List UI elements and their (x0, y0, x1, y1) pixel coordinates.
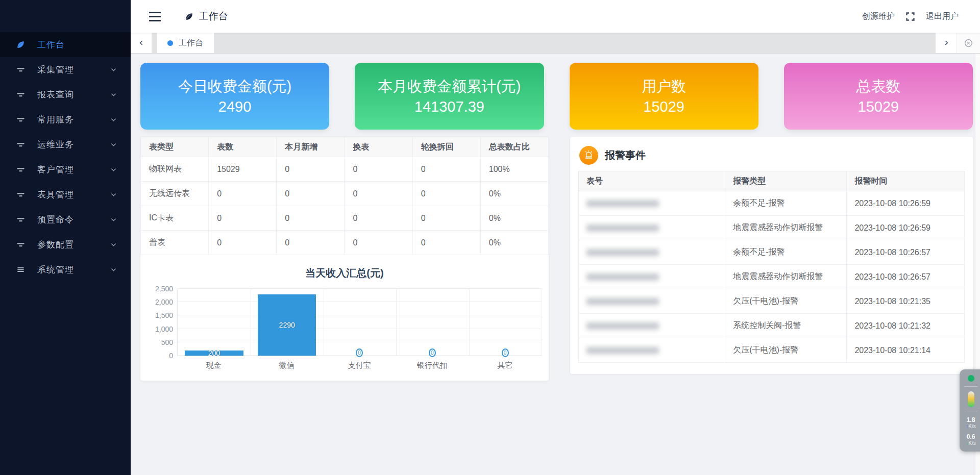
sidebar-item-0[interactable]: 工作台 (0, 32, 131, 57)
filter-icon (16, 140, 26, 150)
stat-card-title: 今日收费金额(元) (178, 76, 291, 97)
stat-card-3: 总表数15029 (784, 63, 973, 130)
sidebar-item-4[interactable]: 运维业务 (0, 132, 131, 157)
x-axis-category-label: 支付宝 (323, 361, 396, 370)
tab-workbench[interactable]: 工作台 (157, 33, 214, 53)
alarm-table-header-row: 表号报警类型报警时间 (579, 171, 965, 191)
sidebar-item-3[interactable]: 常用服务 (0, 107, 131, 132)
redacted-meter-number (586, 347, 659, 354)
alarm-type-cell: 系统控制关阀-报警 (725, 314, 847, 338)
filter-icon (16, 90, 26, 100)
alarm-meter-number-cell (579, 240, 725, 265)
alarm-type-cell: 地震震感器动作切断报警 (725, 216, 847, 240)
y-axis-tick-label: 0 (169, 352, 173, 360)
tabs-scroll-right-button[interactable] (935, 33, 957, 53)
meter-table-header-cell: 轮换拆回 (412, 137, 480, 157)
alarm-time-cell: 2023-10-08 10:26:57 (847, 240, 965, 265)
redacted-meter-number (586, 200, 659, 207)
filter-icon (16, 165, 26, 175)
tab-label: 工作台 (179, 38, 203, 48)
download-speed-value: 0.6 (966, 434, 975, 440)
alarm-time-cell: 2023-10-08 10:26:57 (847, 265, 965, 289)
network-speed-overlay[interactable]: 1.8 ↑K/s 0.6 ↓K/s (960, 369, 980, 452)
meter-table-cell: 无线远传表 (141, 182, 209, 206)
alarm-time-cell: 2023-10-08 10:26:59 (847, 216, 965, 240)
sidebar-item-2[interactable]: 报表查询 (0, 82, 131, 107)
meter-table-cell: 0 (345, 206, 412, 231)
chevron-down-icon (110, 166, 117, 173)
sidebar-item-9[interactable]: 系统管理 (0, 257, 131, 282)
zero-value-marker: 0 (356, 348, 363, 357)
main-content: 今日收费金额(元)2490本月收费金额累计(元)141307.39用户数1502… (131, 54, 980, 475)
meter-type-table: 表类型表数本月新增换表轮换拆回总表数占比 物联网表15029000100%无线远… (140, 137, 549, 255)
filter-icon (16, 190, 26, 200)
sidebar-item-label: 采集管理 (37, 64, 110, 76)
gridline (178, 329, 542, 329)
chevron-down-icon (110, 116, 117, 123)
gridline (178, 302, 542, 302)
tab-strip: 工作台 (152, 33, 935, 53)
meter-table-header-cell: 总表数占比 (480, 137, 548, 157)
y-axis-tick-label: 1,500 (155, 311, 173, 319)
alarm-table-header-cell: 报警类型 (725, 171, 847, 191)
x-axis-category-label: 现金 (177, 361, 250, 370)
chevron-down-icon (110, 66, 117, 73)
meter-table-header-cell: 本月新增 (277, 137, 345, 157)
sidebar-item-6[interactable]: 表具管理 (0, 182, 131, 207)
alarm-type-cell: 欠压(干电池)-报警 (725, 338, 847, 363)
chevron-down-icon (110, 216, 117, 223)
sidebar-item-label: 工作台 (37, 39, 117, 51)
alarm-table-body: 余额不足-报警2023-10-08 10:26:59地震震感器动作切断报警202… (579, 191, 965, 363)
sidebar-item-8[interactable]: 参数配置 (0, 232, 131, 257)
alarm-time-cell: 2023-10-08 10:21:14 (847, 338, 965, 363)
download-speed-unit: K/s (968, 440, 975, 446)
sidebar-item-label: 参数配置 (37, 239, 110, 251)
alarm-time-cell: 2023-10-08 10:26:59 (847, 191, 965, 216)
meter-table-cell: IC卡表 (141, 206, 209, 231)
bar-chart-x-labels: 现金微信支付宝银行代扣其它 (177, 361, 542, 370)
alarm-table-header-cell: 表号 (579, 171, 725, 191)
page-title: 工作台 (199, 10, 228, 23)
stat-card-title: 总表数 (856, 76, 900, 97)
alarm-table-header-cell: 报警时间 (847, 171, 965, 191)
chevron-down-icon (110, 241, 117, 248)
filter-icon (16, 240, 26, 250)
table-row: 欠压(干电池)-报警2023-10-08 10:21:14 (579, 338, 965, 363)
meter-table-cell: 0 (412, 206, 480, 231)
chevron-down-icon (110, 141, 117, 148)
alarm-meter-number-cell (579, 338, 725, 363)
sidebar: 工作台采集管理报表查询常用服务运维业务客户管理表具管理预置命令参数配置系统管理 (0, 0, 131, 475)
fullscreen-icon[interactable] (905, 11, 916, 22)
meter-table-header-cell: 表类型 (141, 137, 209, 157)
meter-table-cell: 0 (412, 231, 480, 255)
meter-table-cell: 0% (480, 182, 548, 206)
tabs-close-all-icon[interactable] (957, 33, 980, 53)
gridline (178, 342, 542, 342)
alarm-meter-number-cell (579, 191, 725, 216)
redacted-meter-number (586, 322, 659, 330)
active-tab-dot (167, 40, 173, 46)
sidebar-item-label: 预置命令 (37, 214, 110, 226)
sidebar-item-7[interactable]: 预置命令 (0, 207, 131, 232)
meter-table-header-row: 表类型表数本月新增换表轮换拆回总表数占比 (141, 137, 549, 157)
y-axis-tick-label: 2,000 (155, 298, 173, 306)
gridline (178, 288, 542, 289)
x-axis-category-label: 微信 (250, 361, 323, 370)
sidebar-item-5[interactable]: 客户管理 (0, 157, 131, 182)
zero-value-marker: 0 (429, 348, 436, 357)
tabs-scroll-left-button[interactable] (131, 33, 152, 53)
stat-card-title: 用户数 (642, 76, 686, 97)
user-name-link[interactable]: 创源维护 (862, 11, 895, 22)
meter-table-cell: 0 (277, 157, 345, 182)
meter-table-header-cell: 换表 (345, 137, 412, 157)
meter-table-cell: 0 (209, 231, 277, 255)
sidebar-item-label: 系统管理 (37, 264, 110, 276)
logout-button[interactable]: 退出用户 (926, 11, 959, 22)
table-row: 普表00000% (141, 231, 549, 255)
sidebar-item-label: 运维业务 (37, 139, 110, 151)
header-right: 创源维护 退出用户 (862, 11, 959, 22)
hamburger-menu-icon[interactable] (147, 9, 163, 24)
sidebar-item-1[interactable]: 采集管理 (0, 57, 131, 82)
chevron-down-icon (110, 191, 117, 198)
gridline (324, 289, 324, 356)
